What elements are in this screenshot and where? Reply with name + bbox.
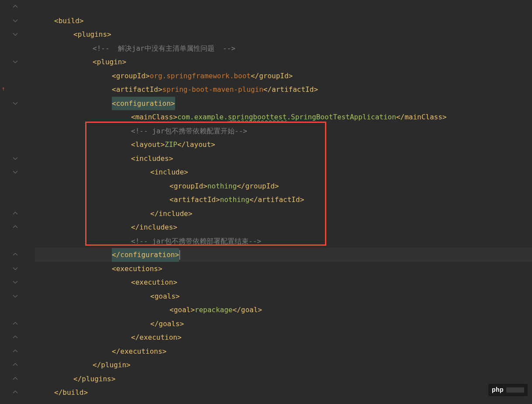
- code-line[interactable]: <includes>: [35, 152, 532, 166]
- code-line[interactable]: <!-- jar包不携带依赖配置开始-->: [35, 124, 532, 138]
- code-token: <!-- 解决jar中没有主清单属性问题 -->: [93, 42, 235, 56]
- code-line[interactable]: <groupId>org.springframework.boot</group…: [35, 69, 532, 83]
- fold-collapse-icon[interactable]: [12, 210, 18, 216]
- code-line[interactable]: <goals>: [35, 289, 532, 303]
- fold-expand-icon[interactable]: [12, 100, 18, 106]
- code-token: ZIP: [165, 138, 177, 152]
- code-line[interactable]: <include>: [35, 165, 532, 179]
- code-area[interactable]: <build><plugins><!-- 解决jar中没有主清单属性问题 -->…: [21, 0, 532, 404]
- fold-expand-icon[interactable]: [12, 31, 18, 37]
- code-line[interactable]: <layout>ZIP</layout>: [35, 138, 532, 152]
- code-line[interactable]: </goals>: [35, 317, 532, 331]
- code-token: <goals>: [150, 289, 180, 303]
- code-line[interactable]: <!-- jar包不携带依赖部署配置结束-->: [35, 234, 532, 248]
- editor-gutter: ↑: [0, 0, 21, 404]
- code-token: </plugins>: [73, 372, 115, 386]
- code-token: <artifactId>: [169, 193, 220, 207]
- code-token: <layout>: [131, 138, 165, 152]
- fold-expand-icon[interactable]: [12, 169, 18, 175]
- watermark-text: php: [492, 383, 504, 397]
- code-token: <mainClass>: [131, 110, 177, 124]
- code-line[interactable]: </includes>: [35, 220, 532, 234]
- code-token: <configuration>: [112, 97, 175, 111]
- fold-collapse-icon[interactable]: [12, 389, 18, 395]
- code-token: nothing: [207, 179, 237, 193]
- code-token: </mainClass>: [396, 110, 447, 124]
- code-line[interactable]: <goal>repackage</goal>: [35, 303, 532, 317]
- code-line[interactable]: <!-- 解决jar中没有主清单属性问题 -->: [35, 42, 532, 56]
- code-token: .SpringBootTestApplication: [287, 110, 396, 124]
- vcs-change-marker-icon: ↑: [2, 82, 5, 96]
- code-token: springboottest: [228, 110, 287, 124]
- fold-collapse-icon[interactable]: [12, 334, 18, 340]
- fold-collapse-icon[interactable]: [12, 362, 18, 368]
- code-token: </artifactId>: [249, 193, 304, 207]
- code-token: <!-- jar包不携带依赖配置开始-->: [131, 124, 247, 138]
- fold-collapse-icon[interactable]: [12, 251, 18, 258]
- code-line[interactable]: </plugins>: [35, 372, 532, 386]
- code-token: </goals>: [150, 317, 184, 331]
- fold-expand-icon[interactable]: [12, 265, 18, 272]
- code-token: <plugins>: [73, 28, 111, 42]
- fold-expand-icon[interactable]: [12, 59, 18, 65]
- code-token: <plugin>: [93, 55, 126, 69]
- code-line[interactable]: <execution>: [35, 275, 532, 289]
- code-token: </groupId>: [251, 69, 293, 83]
- code-token: </includes>: [131, 220, 177, 234]
- code-token: </goal>: [233, 303, 262, 317]
- code-line[interactable]: </plugin>: [35, 358, 532, 372]
- code-token: <groupId>: [112, 69, 150, 83]
- code-token: <include>: [150, 165, 188, 179]
- code-token: </configuration>: [112, 248, 179, 262]
- code-token: com.example.: [177, 110, 228, 124]
- code-token: </executions>: [112, 345, 166, 359]
- code-token: <executions>: [112, 262, 162, 276]
- code-token: </build>: [54, 386, 88, 400]
- code-token: </plugin>: [93, 358, 131, 372]
- code-token: <build>: [54, 14, 83, 28]
- code-token: <execution>: [131, 275, 177, 289]
- code-line[interactable]: </configuration>: [35, 248, 532, 262]
- code-token: <!-- jar包不携带依赖部署配置结束-->: [131, 234, 261, 248]
- watermark-decoration: [506, 387, 524, 393]
- code-token: </include>: [150, 207, 192, 221]
- code-token: org.springframework.boot: [150, 69, 251, 83]
- code-token: <artifactId>: [112, 83, 162, 97]
- code-line[interactable]: <artifactId>spring-boot-maven-plugin</ar…: [35, 83, 532, 97]
- fold-collapse-icon[interactable]: [12, 376, 18, 382]
- code-token: </execution>: [131, 331, 182, 345]
- code-token: </artifactId>: [263, 83, 318, 97]
- code-line[interactable]: <groupId>nothing</groupId>: [35, 179, 532, 193]
- fold-collapse-icon[interactable]: [12, 3, 18, 10]
- code-line[interactable]: <configuration>: [35, 97, 532, 111]
- fold-expand-icon[interactable]: [12, 279, 18, 285]
- fold-expand-icon[interactable]: [12, 293, 18, 299]
- code-token: repackage: [195, 303, 233, 317]
- code-line[interactable]: <build>: [35, 14, 532, 28]
- fold-expand-icon[interactable]: [12, 17, 18, 24]
- code-line[interactable]: <executions>: [35, 262, 532, 276]
- code-token: </layout>: [177, 138, 215, 152]
- code-token: nothing: [220, 193, 249, 207]
- code-line[interactable]: <plugins>: [35, 28, 532, 42]
- code-token: <goal>: [169, 303, 195, 317]
- code-line[interactable]: </include>: [35, 207, 532, 221]
- code-token: <includes>: [131, 152, 173, 166]
- fold-collapse-icon[interactable]: [12, 224, 18, 230]
- text-caret: [180, 250, 180, 260]
- watermark-badge: php: [488, 384, 528, 396]
- code-line[interactable]: <artifactId>nothing</artifactId>: [35, 193, 532, 207]
- code-line[interactable]: </build>: [35, 386, 532, 400]
- code-token: spring-boot-maven-plugin: [162, 83, 263, 97]
- code-line[interactable]: <mainClass>com.example.springboottest.Sp…: [35, 110, 532, 124]
- code-token: <groupId>: [169, 179, 207, 193]
- code-editor[interactable]: ↑ <build><plugins><!-- 解决jar中没有主清单属性问题 -…: [0, 0, 532, 404]
- code-line[interactable]: [35, 0, 532, 14]
- fold-expand-icon[interactable]: [12, 155, 18, 161]
- fold-collapse-icon[interactable]: [12, 348, 18, 354]
- code-line[interactable]: </executions>: [35, 345, 532, 359]
- code-line[interactable]: </execution>: [35, 331, 532, 345]
- code-token: </groupId>: [237, 179, 279, 193]
- fold-collapse-icon[interactable]: [12, 320, 18, 327]
- code-line[interactable]: <plugin>: [35, 55, 532, 69]
